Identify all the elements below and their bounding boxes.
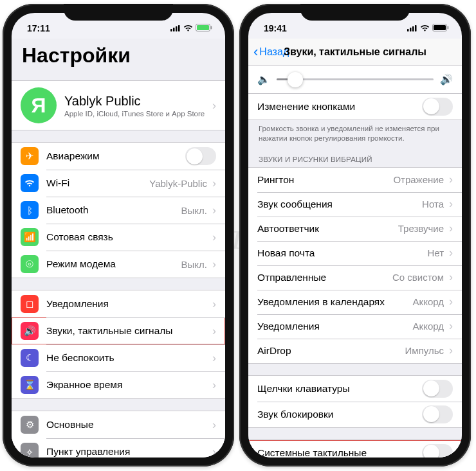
svg-rect-5 — [197, 25, 209, 30]
row-text-tone[interactable]: Звук сообщенияНота› — [248, 192, 462, 217]
wifi-icon — [21, 174, 39, 192]
row-voicemail[interactable]: АвтоответчикТрезвучие› — [248, 217, 462, 241]
avatar: Я — [21, 87, 57, 123]
keyboard-clicks-switch[interactable] — [422, 380, 453, 398]
svg-rect-13 — [448, 26, 449, 30]
svg-rect-3 — [178, 25, 180, 31]
chevron-icon: › — [449, 271, 453, 284]
svg-rect-7 — [407, 29, 409, 31]
page-title: Настройки — [12, 39, 225, 71]
chevron-icon: › — [449, 173, 453, 186]
row-system-haptics[interactable]: Системные тактильные — [248, 440, 462, 458]
lock-sound-switch[interactable] — [422, 405, 453, 423]
chevron-left-icon: ‹ — [253, 45, 258, 59]
row-new-mail[interactable]: Новая почтаНет› — [248, 241, 462, 265]
volume-slider-row: 🔈 🔊 — [248, 66, 462, 93]
chevron-icon: › — [212, 231, 216, 244]
svg-rect-10 — [415, 25, 417, 31]
row-lock-sound[interactable]: Звук блокировки — [248, 402, 462, 427]
profile-name: Yablyk Public — [64, 94, 211, 109]
nav-bar: ‹ Назад Звуки, тактильные сигналы — [248, 39, 462, 66]
link-icon: ⦾ — [21, 255, 39, 273]
row-dnd[interactable]: ☾ Не беспокоить › — [12, 344, 225, 371]
battery-icon — [196, 23, 212, 33]
sliders-icon: ⟡ — [21, 443, 39, 458]
row-airplane[interactable]: ✈ Авиарежим — [12, 143, 225, 170]
row-reminder-alerts[interactable]: УведомленияАккорд› — [248, 314, 462, 339]
airplane-icon: ✈ — [21, 147, 39, 165]
chevron-icon: › — [212, 99, 216, 112]
volume-footer: Громкость звонка и уведомлений не изменя… — [248, 120, 462, 145]
status-time: 17:11 — [27, 23, 50, 33]
wifi-icon — [420, 23, 430, 33]
screen-left: 17:11 Настройки Я Yablyk Public Apple — [12, 13, 225, 458]
speaker-low-icon: 🔈 — [257, 73, 270, 85]
volume-slider[interactable] — [277, 78, 434, 80]
chevron-icon: › — [449, 222, 453, 235]
profile-sub: Apple ID, iCloud, iTunes Store и App Sto… — [64, 110, 211, 118]
profile-cell[interactable]: Я Yablyk Public Apple ID, iCloud, iTunes… — [12, 81, 225, 130]
row-sent-mail[interactable]: ОтправленныеСо свистом› — [248, 265, 462, 290]
row-airdrop[interactable]: AirDropИмпульс› — [248, 339, 462, 363]
row-cellular[interactable]: 📶 Сотовая связь › — [12, 224, 225, 251]
svg-rect-9 — [412, 26, 414, 31]
row-wifi[interactable]: Wi-Fi Yablyk-Public › — [12, 170, 225, 197]
wifi-icon — [183, 23, 193, 33]
sounds-header: ЗВУКИ И РИСУНКИ ВИБРАЦИЙ — [248, 145, 462, 167]
row-bluetooth[interactable]: ᛒ Bluetooth Выкл. › — [12, 197, 225, 224]
svg-rect-1 — [173, 28, 175, 31]
svg-rect-8 — [410, 28, 412, 31]
row-calendar-alerts[interactable]: Уведомления в календаряхАккорд› — [248, 290, 462, 314]
svg-rect-2 — [176, 26, 178, 31]
signal-icon — [407, 23, 417, 33]
hourglass-icon: ⌛ — [21, 376, 39, 394]
phone-left: 17:11 Настройки Я Yablyk Public Apple — [3, 4, 234, 467]
speaker-high-icon: 🔊 — [440, 73, 453, 85]
chevron-icon: › — [212, 418, 216, 432]
speaker-icon: 🔊 — [21, 322, 39, 340]
nav-title: Звуки, тактильные сигналы — [284, 46, 426, 58]
row-general[interactable]: ⚙ Основные › — [12, 411, 225, 438]
chevron-icon: › — [449, 295, 453, 308]
chevron-icon: › — [449, 344, 453, 357]
row-change-with-buttons[interactable]: Изменение кнопками — [248, 94, 462, 120]
gear-icon: ⚙ — [21, 416, 39, 434]
chevron-icon: › — [212, 378, 216, 392]
status-time: 19:41 — [264, 23, 287, 33]
chevron-icon: › — [212, 445, 216, 458]
chevron-icon: › — [212, 204, 216, 217]
system-haptics-switch[interactable] — [422, 444, 453, 458]
svg-rect-12 — [434, 25, 446, 30]
chevron-icon: › — [449, 319, 453, 333]
chevron-icon: › — [212, 258, 216, 271]
airplane-switch[interactable] — [185, 147, 216, 165]
row-hotspot[interactable]: ⦾ Режим модема Выкл. › — [12, 251, 225, 278]
antenna-icon: 📶 — [21, 228, 39, 246]
chevron-icon: › — [212, 298, 216, 311]
chevron-icon: › — [449, 197, 453, 211]
row-keyboard-clicks[interactable]: Щелчки клавиатуры — [248, 376, 462, 402]
bell-icon: ◻ — [21, 295, 39, 313]
bluetooth-icon: ᛒ — [21, 201, 39, 219]
row-notifications[interactable]: ◻ Уведомления › — [12, 290, 225, 317]
row-screentime[interactable]: ⌛ Экранное время › — [12, 371, 225, 398]
notch — [64, 4, 173, 21]
row-ringtone[interactable]: РингтонОтражение› — [248, 168, 462, 192]
chevron-icon: › — [449, 246, 453, 260]
signal-icon — [170, 23, 181, 33]
svg-rect-6 — [211, 26, 212, 30]
moon-icon: ☾ — [21, 349, 39, 367]
row-sounds-haptics[interactable]: 🔊 Звуки, тактильные сигналы › — [12, 317, 225, 344]
notch — [300, 4, 410, 21]
phone-right: 19:41 ‹ Назад Звуки, тактильные сигналы … — [239, 4, 471, 467]
change-buttons-switch[interactable] — [422, 98, 453, 116]
chevron-icon: › — [212, 177, 216, 190]
row-control-center[interactable]: ⟡ Пункт управления › — [12, 438, 225, 458]
screen-right: 19:41 ‹ Назад Звуки, тактильные сигналы … — [248, 13, 462, 458]
chevron-icon: › — [212, 324, 216, 338]
battery-icon — [432, 23, 449, 33]
chevron-icon: › — [212, 351, 216, 365]
svg-rect-0 — [170, 29, 172, 31]
